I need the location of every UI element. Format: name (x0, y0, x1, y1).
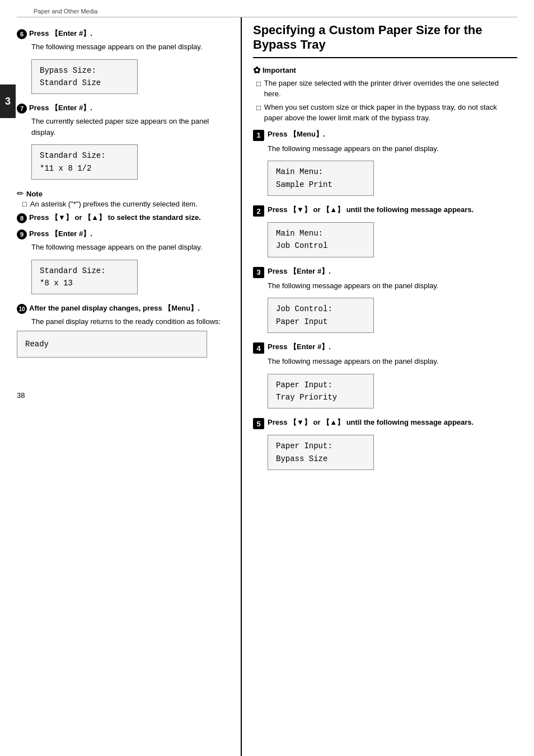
right-step-2-header: 2 Press 【▼】 or 【▲】 until the following m… (253, 205, 517, 217)
page-number: 38 (17, 391, 229, 400)
note-label: Note (26, 190, 43, 198)
right-step-2-label: Press 【▼】 or 【▲】 until the following mes… (268, 205, 474, 215)
right-step-1-header: 1 Press 【Menu】. (253, 129, 517, 141)
chapter-tab: 3 (0, 84, 16, 118)
important-label: Important (263, 66, 296, 74)
step-7-body: The currently selected paper size appear… (31, 116, 229, 138)
step-6-header: 6 Press 【Enter #】. (17, 29, 229, 39)
note-item-1: An asterisk ("*") prefixes the currently… (22, 200, 229, 208)
step-6-lcd: Bypass Size:Standard Size (31, 59, 138, 95)
right-step-4-lcd: Paper Input:Tray Priority (268, 374, 374, 409)
note-block: ✏ Note An asterisk ("*") prefixes the cu… (17, 189, 229, 208)
step-6-label: Press 【Enter #】. (29, 29, 92, 39)
step-10-lcd: Ready (17, 331, 207, 358)
step-8-label: Press 【▼】 or 【▲】 to select the standard … (29, 213, 201, 223)
step-7-header: 7 Press 【Enter #】. (17, 103, 229, 114)
step-9-header: 9 Press 【Enter #】. (17, 229, 229, 240)
section-title: Specifying a Custom Paper Size for the B… (253, 23, 517, 58)
step-7-num: 7 (17, 104, 27, 114)
breadcrumb: Paper and Other Media (34, 8, 500, 17)
right-step-5-header: 5 Press 【▼】 or 【▲】 until the following m… (253, 417, 517, 429)
step-10-label: After the panel display changes, press 【… (29, 303, 200, 313)
right-step-4-body: The following message appears on the pan… (268, 356, 517, 367)
right-step-5-lcd: Paper Input:Bypass Size (268, 435, 374, 470)
important-header: ✿ Important (253, 65, 517, 76)
right-step-5-num: 5 (253, 418, 264, 429)
step-9-label: Press 【Enter #】. (29, 229, 92, 239)
step-10-header: 10 After the panel display changes, pres… (17, 303, 229, 314)
right-step-4-label: Press 【Enter #】. (268, 342, 331, 352)
right-step-1-label: Press 【Menu】. (268, 129, 325, 139)
step-8-num: 8 (17, 213, 27, 223)
step-9-lcd: Standard Size:*8 x 13 (31, 260, 138, 295)
right-step-4-header: 4 Press 【Enter #】. (253, 342, 517, 354)
step-10-num: 10 (17, 304, 27, 314)
right-step-5-label: Press 【▼】 or 【▲】 until the following mes… (268, 417, 474, 428)
right-step-1-lcd: Main Menu:Sample Print (268, 161, 374, 196)
important-block: ✿ Important The paper size selected with… (253, 65, 517, 124)
note-icon: ✏ (17, 189, 24, 199)
step-6-body: The following message appears on the pan… (31, 41, 229, 53)
step-7-label: Press 【Enter #】. (29, 103, 92, 113)
right-step-3-header: 3 Press 【Enter #】. (253, 266, 517, 278)
step-10-body: The panel display returns to the ready c… (31, 316, 229, 327)
right-step-3-lcd: Job Control:Paper Input (268, 298, 374, 333)
important-item-2: When you set custom size or thick paper … (256, 102, 517, 124)
right-step-2-lcd: Main Menu:Job Control (268, 222, 374, 257)
right-step-2-num: 2 (253, 205, 264, 217)
right-step-3-num: 3 (253, 267, 264, 278)
step-7-lcd: Standard Size:*11 x 8 1/2 (31, 144, 138, 180)
page: Paper and Other Media 3 6 Press 【Enter #… (0, 0, 534, 756)
right-step-4-num: 4 (253, 342, 264, 354)
step-8-header: 8 Press 【▼】 or 【▲】 to select the standar… (17, 213, 229, 223)
step-9-num: 9 (17, 229, 27, 240)
note-header: ✏ Note (17, 189, 229, 199)
right-step-3-label: Press 【Enter #】. (268, 266, 331, 276)
right-step-1-num: 1 (253, 130, 264, 141)
content-area: 3 6 Press 【Enter #】. The following messa… (0, 17, 534, 756)
left-column: 3 6 Press 【Enter #】. The following messa… (0, 17, 241, 756)
step-6-num: 6 (17, 29, 27, 39)
important-icon: ✿ (253, 65, 260, 76)
right-step-3-body: The following message appears on the pan… (268, 280, 517, 292)
important-item-1: The paper size selected with the printer… (256, 78, 517, 100)
right-step-1-body: The following message appears on the pan… (268, 143, 517, 154)
step-9-body: The following message appears on the pan… (31, 242, 229, 253)
right-column: Specifying a Custom Paper Size for the B… (241, 17, 534, 756)
